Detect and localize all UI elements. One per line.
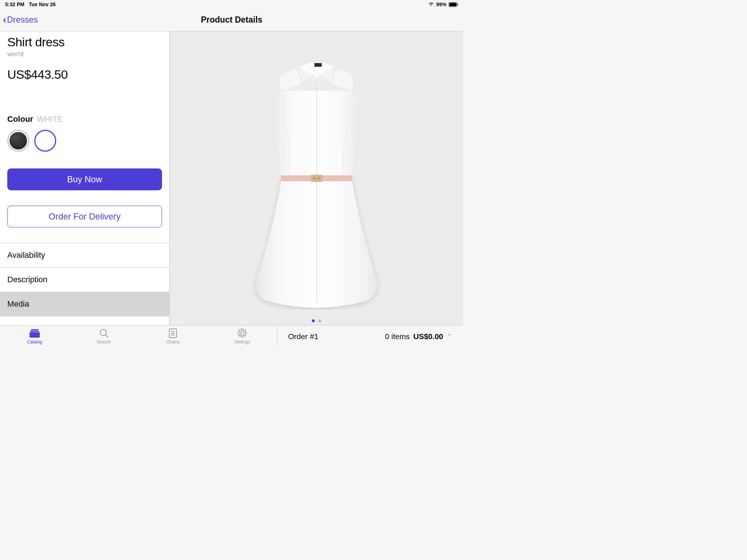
wifi-icon [428,2,434,7]
page-indicator[interactable] [312,319,321,322]
swatch-white[interactable] [34,130,56,152]
status-date: Tue Nov 26 [29,1,56,7]
svg-rect-6 [311,175,322,182]
product-info-panel: Shirt dress WHITE US$443.50 Colour WHITE… [0,31,170,325]
colour-value: WHITE [37,114,63,124]
tabbar-catalog[interactable]: Catalog [0,326,69,347]
gear-icon [237,328,247,338]
swatch-black[interactable] [7,130,29,152]
tab-availability[interactable]: Availability [0,243,169,267]
nav-bar: ‹ Dresses Product Details [0,9,463,31]
tab-related[interactable]: Related Products [0,316,169,325]
tab-media[interactable]: Media [0,292,169,316]
svg-rect-1 [449,3,456,6]
tabbar-search[interactable]: Search [69,326,139,347]
order-label: Order #1 [288,332,318,341]
order-summary-bar[interactable]: Order #1 0 items US$0.00 ⌃ [277,326,463,347]
catalog-icon [30,328,40,338]
buy-now-button[interactable]: Buy Now [7,168,162,190]
tabbar-orders-label: Orders [166,339,180,345]
battery-percent: 99% [436,1,446,7]
tabbar-catalog-label: Catalog [27,339,42,345]
status-time: 5:32 PM [5,1,24,7]
colour-label: Colour [7,114,33,124]
product-title: Shirt dress [7,35,162,49]
product-image[interactable] [225,47,408,310]
battery-icon [449,2,458,7]
tabbar-settings-label: Settings [234,339,250,345]
chevron-up-icon: ⌃ [447,332,452,341]
order-items: 0 items [385,332,410,341]
svg-rect-3 [314,63,322,67]
chevron-left-icon: ‹ [3,14,6,26]
order-total: US$0.00 [413,332,443,341]
tabbar-orders[interactable]: Orders [139,326,208,347]
svg-rect-9 [31,329,38,330]
product-price: US$443.50 [7,67,162,82]
tab-description[interactable]: Description [0,267,169,292]
svg-line-13 [105,335,108,338]
page-dot-2 [318,319,321,322]
tabbar-settings[interactable]: Settings [208,326,277,347]
page-dot-1 [312,319,315,322]
tabbar-search-label: Search [97,339,111,345]
svg-point-8 [317,177,320,180]
svg-rect-11 [30,332,40,338]
page-title: Product Details [201,15,263,25]
svg-rect-10 [30,331,39,332]
order-delivery-button[interactable]: Order For Delivery [7,206,162,228]
orders-icon [168,328,178,338]
product-image-panel [170,31,463,325]
product-variant: WHITE [7,51,162,57]
svg-point-7 [313,177,316,180]
back-button[interactable]: ‹ Dresses [3,15,38,26]
svg-rect-2 [457,4,458,5]
search-icon [99,328,109,338]
back-label: Dresses [7,15,38,25]
status-bar: 5:32 PM Tue Nov 26 99% [0,0,463,9]
bottom-bar: Catalog Search Orders Settings Order #1 … [0,325,463,347]
